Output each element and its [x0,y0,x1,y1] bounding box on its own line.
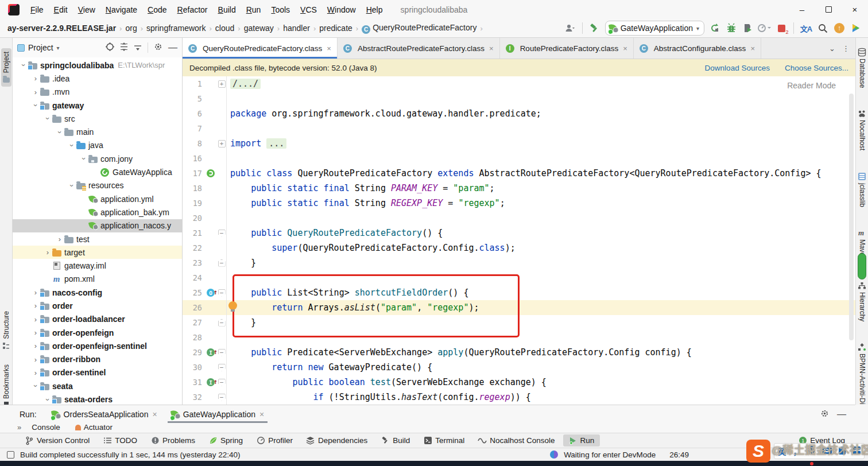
hide-panel-icon[interactable]: — [837,409,846,420]
editor-tab-routepredicatefactory-class[interactable]: IRoutePredicateFactory.class× [500,38,634,59]
translate-icon[interactable]: 文A [800,22,812,34]
menu-tools[interactable]: Tools [266,3,295,17]
profiler-icon[interactable] [758,22,771,34]
tool-tab-structure[interactable]: Structure [1,308,11,353]
run-subtab-actuator[interactable]: Actuator [75,423,113,432]
editor-scrollbar[interactable] [849,94,854,340]
chevron-icon[interactable]: › [44,115,52,123]
close-icon[interactable]: × [259,410,264,419]
user-account-icon[interactable] [564,22,576,34]
breadcrumb-ay-server-2-2-9-release-jar[interactable]: ay-server-2.2.9.RELEASE.jar [6,22,118,34]
fold-plus-icon[interactable]: + [218,140,226,147]
tree-row-order-sentinel[interactable]: ›order-sentinel [13,366,182,379]
menu-help[interactable]: Help [361,3,388,17]
tree-row-pom-xml[interactable]: mpom.xml [13,273,182,286]
chevron-icon[interactable]: › [32,102,40,110]
tool-tab-hierarchy[interactable]: Hierarchy [857,278,867,325]
run-tab-gatewayapplication[interactable]: GateWayApplication× [164,405,272,423]
collapse-all-icon[interactable] [134,43,142,52]
tool-button-terminal[interactable]: Terminal [418,434,470,446]
tree-row-order-ribbon[interactable]: ›order-ribbon [13,353,182,366]
rerun-icon[interactable] [708,22,721,34]
devmode-plugin-icon[interactable] [850,22,862,34]
chevron-icon[interactable]: › [68,181,76,189]
editor-tab-abstractconfigurable-class[interactable]: CAbstractConfigurable.class× [634,38,761,59]
chevron-icon[interactable]: › [32,328,40,337]
menu-refactor[interactable]: Refactor [172,3,213,17]
window-icon[interactable] [7,451,14,459]
breadcrumb-org[interactable]: org [123,22,138,34]
ime-microphone-icon[interactable] [808,446,815,457]
tree-row-gateway[interactable]: ›gateway [13,99,182,112]
fold-minus-icon[interactable]: − [218,349,226,356]
breadcrumb-springframework[interactable]: springframework [145,22,207,34]
fold-minus-icon[interactable]: − [218,289,226,297]
chevron-icon[interactable]: › [32,301,40,310]
menu-view[interactable]: View [73,3,100,17]
intention-bulb-icon[interactable] [228,301,237,310]
project-view-select[interactable]: Project ▾ [17,43,60,52]
tool-tab-project[interactable]: Project [1,48,11,87]
chevron-icon[interactable]: › [32,341,40,350]
choose-sources-link[interactable]: Choose Sources... [785,64,848,72]
cursor-position[interactable]: 26:49 [669,451,689,459]
tree-row-nacos-config[interactable]: ›nacos-config [13,286,182,299]
ime-clipboard-icon[interactable] [839,446,846,456]
tool-tab-nocalhost[interactable]: Nocalhost [857,106,867,154]
tree-row-main[interactable]: ›main [13,125,182,138]
breadcrumb-queryroutepredicatefactory[interactable]: CQueryRoutePredicateFactory [360,22,478,35]
tree-row-seata-orders[interactable]: ›seata-orders [13,393,182,405]
menu-run[interactable]: Run [241,3,266,17]
spring-bean-icon[interactable] [207,169,215,177]
menu-file[interactable]: File [25,3,49,17]
locate-file-icon[interactable] [106,42,114,53]
run-subtab-console[interactable]: Console [32,423,60,432]
expand-all-icon[interactable] [120,42,128,53]
tree-row-springcloudalibaba[interactable]: ›springcloudalibabaE:\TLWork\spr [13,59,182,72]
tree-row-order-loadbalancer[interactable]: ›order-loadbalancer [13,313,182,326]
fold-minus-icon[interactable]: − [218,379,226,386]
tool-button-todo[interactable]: TODO [98,434,143,446]
tool-tab-jclasslib[interactable]: jclasslib [857,169,867,211]
tree-row-mvn[interactable]: ›.mvn [13,86,182,99]
tree-row-java[interactable]: ›java [13,139,182,152]
chevron-icon[interactable]: › [20,61,28,69]
chevron-icon[interactable]: › [32,74,40,83]
code-editor[interactable]: 1+/.../56package org.springframework.clo… [183,76,855,405]
menu-edit[interactable]: Edit [49,3,73,17]
overflow-chevron-icon[interactable]: » [17,423,21,432]
chevron-icon[interactable]: › [80,155,88,163]
breadcrumb-predicate[interactable]: predicate [317,22,354,34]
minimize-button[interactable]: – [789,0,815,19]
tree-row-application-yml[interactable]: application.yml [13,192,182,205]
upload-icon[interactable]: ↑ [833,22,846,34]
menu-window[interactable]: Window [322,3,361,17]
tool-button-nocalhost-console[interactable]: Nocalhost Console [472,434,560,446]
tree-row-gateway-iml[interactable]: gateway.iml [13,259,182,272]
fold-minus-icon[interactable]: − [218,364,226,371]
tool-tab-bpmn-activiti-diagram[interactable]: BPMN-Activiti-Diagram [857,340,867,405]
editor-tab-queryroutepredicatefactory-class[interactable]: CQueryRoutePredicateFactory.class× [183,38,338,59]
ime-punctuation-icon[interactable]: ， [793,445,801,457]
run-tab-ordersseataapplication[interactable]: OrdersSeataApplication× [45,405,164,423]
chevron-icon[interactable]: › [32,355,40,364]
tool-button-profiler[interactable]: Profiler [251,434,299,446]
editor-tab-abstractroutepredicatefactory-class[interactable]: CAbstractRoutePredicateFactory.class× [338,38,500,59]
search-everywhere-icon[interactable] [816,22,829,34]
run-with-coverage-icon[interactable] [742,22,754,34]
download-sources-link[interactable]: Download Sources [705,64,770,72]
menu-navigate[interactable]: Navigate [100,3,142,17]
tree-row-application-bak-ym[interactable]: application_bak.ym [13,205,182,219]
fold-minus-icon[interactable]: − [218,394,226,401]
run-configuration-select[interactable]: GateWayApplication ▾ [605,21,704,36]
breadcrumb-gateway[interactable]: gateway [242,22,276,34]
tree-row-com-jony[interactable]: ›com.jony [13,152,182,165]
fold-end-icon[interactable]: − [218,259,226,267]
tree-row-idea[interactable]: ›.idea [13,72,182,85]
tool-button-build[interactable]: Build [375,434,416,446]
chevron-icon[interactable]: › [32,88,40,96]
chevron-icon[interactable]: › [32,288,40,297]
tool-tab-database[interactable]: Database [857,45,867,91]
tool-button-problems[interactable]: Problems [145,434,201,446]
tree-row-seata[interactable]: ›seata [13,379,182,393]
